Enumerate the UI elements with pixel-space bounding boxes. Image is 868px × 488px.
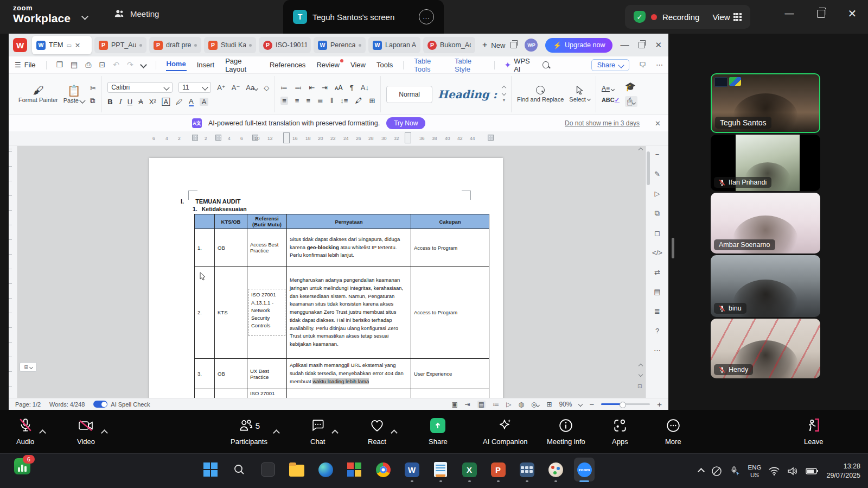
translate-icon[interactable]: A≡ xyxy=(602,85,620,92)
indent-drag-handle[interactable] xyxy=(405,132,411,143)
document-scrollbar[interactable]: ⊡ xyxy=(637,146,644,398)
increase-indent-icon[interactable]: ⇥ xyxy=(322,84,328,92)
font-name-select[interactable]: Calibri xyxy=(107,82,173,93)
new-tab-button[interactable]: +New xyxy=(482,40,505,50)
doc-tab[interactable]: PPPT_Aud xyxy=(94,37,146,53)
participants-button[interactable]: 5 Participants xyxy=(231,417,267,446)
doc-tab[interactable]: PBukom_Ada xyxy=(423,37,475,53)
shared-screen-scrollbar[interactable] xyxy=(672,238,674,258)
leave-button[interactable]: Leave xyxy=(804,417,823,446)
menu-view[interactable]: View xyxy=(350,60,366,70)
pilcrow-icon[interactable]: ¶ xyxy=(350,84,354,92)
chat-chevron[interactable] xyxy=(331,429,339,436)
horizontal-ruler[interactable]: 642 2 46 1012 161820222426283032 3638404… xyxy=(9,131,668,146)
meeting-info-button[interactable]: Meeting info xyxy=(547,417,585,446)
text-effects-icon[interactable]: 🄰 xyxy=(162,98,170,106)
audio-button[interactable]: Audio xyxy=(16,417,34,446)
sort-icon[interactable]: A↓ xyxy=(361,84,369,92)
excel-button[interactable]: X xyxy=(458,457,480,483)
increase-font-icon[interactable]: A⁺ xyxy=(217,84,226,92)
doc-tab-active[interactable]: W TEM ▭ ✕ xyxy=(32,36,92,54)
redo-icon[interactable]: ↷ xyxy=(127,60,133,69)
more-icon[interactable]: ⋯ xyxy=(654,346,661,354)
table-column-marker[interactable] xyxy=(215,135,221,141)
table-column-marker[interactable] xyxy=(488,135,494,141)
read-mode-icon[interactable]: ▷ xyxy=(506,401,511,408)
try-now-button[interactable]: Try Now xyxy=(386,117,425,129)
clear-format-icon[interactable]: ◇ xyxy=(264,84,269,92)
share-screen-button[interactable]: Share xyxy=(429,417,448,446)
print-layout-icon[interactable]: ▤ xyxy=(477,401,486,408)
notepad-button[interactable] xyxy=(430,457,451,483)
ribbon-more-icon[interactable]: ⋯ xyxy=(656,61,663,69)
tray-expand-chevron[interactable] xyxy=(698,468,705,475)
menu-references[interactable]: References xyxy=(269,60,306,70)
superscript-button[interactable]: X² xyxy=(149,98,156,106)
annotate-pen-icon[interactable]: ✎ xyxy=(654,170,660,178)
rail-scrollbar-thumb[interactable] xyxy=(647,151,650,185)
decrease-indent-icon[interactable]: ⇤ xyxy=(309,84,315,92)
doc-tab[interactable]: WLaporan Au xyxy=(368,37,420,53)
close-tab-icon[interactable]: ✕ xyxy=(75,41,80,49)
menu-home[interactable]: Home xyxy=(166,59,187,71)
share-document-button[interactable]: Share xyxy=(591,59,629,71)
strikethrough-button[interactable]: A xyxy=(138,98,143,106)
doc-tab[interactable]: PISO-19011-2 xyxy=(259,37,311,53)
find-replace-button[interactable]: Find and Replace xyxy=(517,86,564,103)
video-tile[interactable]: Hendy xyxy=(711,319,820,378)
doc-tab[interactable]: PStudi Kas xyxy=(204,37,256,53)
style-normal[interactable]: Normal xyxy=(386,86,432,103)
decrease-font-icon[interactable]: A⁻ xyxy=(232,84,240,92)
change-case-icon[interactable]: Aa xyxy=(246,84,258,92)
line-spacing-icon[interactable]: ↕≡ xyxy=(340,97,348,105)
table-quick-button[interactable]: ⊞ xyxy=(20,362,37,372)
wps-account-avatar[interactable]: WP xyxy=(525,39,538,52)
notification-app-icon[interactable]: 6 xyxy=(14,458,31,476)
spellcheck-icon[interactable]: ABC✓ xyxy=(602,97,620,104)
align-left-icon[interactable]: ≡ xyxy=(280,97,288,105)
paint-button[interactable] xyxy=(545,457,566,483)
table-row[interactable]: ISO 27001 Code Implementation & xyxy=(195,389,489,398)
video-button[interactable]: Video xyxy=(77,417,95,446)
align-center-icon[interactable]: ≡ xyxy=(295,97,299,105)
search-icon[interactable] xyxy=(542,61,548,68)
source-code-icon[interactable]: </> xyxy=(652,249,662,257)
zoom-level[interactable]: 90% xyxy=(559,401,572,408)
apps-button[interactable]: Apps xyxy=(612,417,628,446)
table-row[interactable]: 1. OB Access Best Practice Situs tidak d… xyxy=(195,229,489,267)
doc-tab[interactable]: WPerencan xyxy=(314,37,366,53)
clock[interactable]: 13:2829/07/2025 xyxy=(826,462,860,481)
lock-icon[interactable]: ◻ xyxy=(654,229,660,237)
select-button[interactable]: Select xyxy=(569,86,590,103)
justify-icon[interactable]: ≣ xyxy=(317,97,323,105)
quick-tools-icon[interactable]: 🖱 xyxy=(625,96,637,107)
speaker-icon[interactable] xyxy=(787,466,798,476)
video-tile-active-speaker[interactable]: Teguh Santos xyxy=(711,73,820,133)
italic-button[interactable]: I xyxy=(119,98,122,106)
prev-page-icon[interactable] xyxy=(639,364,643,368)
word-count[interactable]: Words: 4/248 xyxy=(49,401,85,408)
zoom-out-button[interactable]: − xyxy=(589,400,594,409)
chat-button[interactable]: Chat xyxy=(310,417,325,446)
underline-button[interactable]: U xyxy=(127,98,132,106)
upgrade-button[interactable]: ⚡Upgrade now xyxy=(545,38,612,53)
zoom-chevron-icon[interactable] xyxy=(578,402,583,406)
select-arrow-icon[interactable]: ▷ xyxy=(655,189,660,198)
selected-cell-content[interactable]: ISO 27001 A.13.1.1 - Network Security Co… xyxy=(248,289,285,335)
tab-shared-screen[interactable]: T Teguh Santos's screen ... xyxy=(283,0,444,34)
tab-meeting[interactable]: Meeting xyxy=(114,9,159,18)
wps-minimize-button[interactable]: — xyxy=(620,40,629,50)
document-page[interactable]: I.TEMUAN AUDIT 1.Ketidaksesuaian KTS/OB … xyxy=(149,158,503,398)
minimize-button[interactable]: — xyxy=(783,8,795,20)
start-button[interactable] xyxy=(200,457,221,483)
zoom-slider[interactable] xyxy=(601,403,650,405)
table-column-marker[interactable] xyxy=(192,135,198,141)
office-button[interactable] xyxy=(343,457,365,483)
toggle-icon[interactable] xyxy=(93,401,107,408)
zoom-workplace-logo[interactable]: zoom Workplace xyxy=(13,4,71,24)
task-window-icon[interactable]: ▣ xyxy=(451,401,457,408)
print-preview-icon[interactable]: ⊡ xyxy=(99,60,105,69)
file-explorer-button[interactable] xyxy=(286,457,308,483)
mic-access-icon[interactable] xyxy=(730,466,741,477)
security-shield-icon[interactable]: ✓ xyxy=(634,11,646,23)
